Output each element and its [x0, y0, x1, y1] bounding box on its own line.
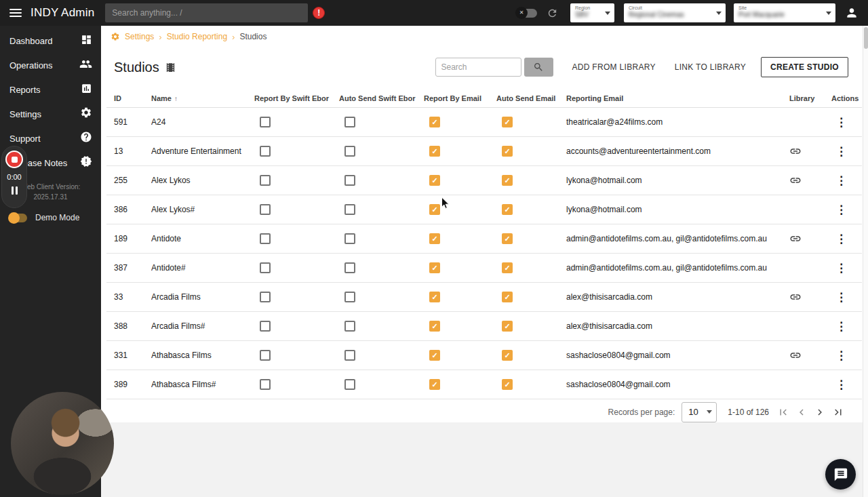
page-size-select[interactable]: 10 — [682, 402, 717, 422]
last-page-icon[interactable] — [832, 406, 844, 418]
auto-email-checkbox[interactable] — [502, 175, 513, 186]
report-swift-checkbox[interactable] — [260, 146, 271, 157]
auto-email-checkbox[interactable] — [502, 350, 513, 361]
auto-swift-checkbox[interactable] — [344, 379, 355, 390]
report-swift-checkbox[interactable] — [260, 379, 271, 390]
account-icon[interactable] — [845, 6, 859, 20]
report-email-checkbox[interactable] — [429, 292, 440, 302]
add-from-library-button[interactable]: ADD FROM LIBRARY — [572, 62, 656, 72]
report-email-checkbox[interactable] — [429, 350, 440, 361]
chevron-down-icon — [707, 410, 712, 414]
report-email-checkbox[interactable] — [429, 146, 440, 157]
auto-email-checkbox[interactable] — [502, 117, 513, 127]
global-search-input[interactable] — [105, 3, 308, 22]
breadcrumb-settings[interactable]: Settings — [125, 32, 154, 41]
col-report-swift[interactable]: Report By Swift Ebor — [254, 94, 339, 102]
region-select[interactable]: Region SBV — [570, 3, 614, 22]
auto-swift-checkbox[interactable] — [344, 350, 355, 361]
auto-swift-checkbox[interactable] — [344, 262, 355, 273]
col-name[interactable]: Name↑ — [151, 94, 254, 102]
auto-email-checkbox[interactable] — [502, 262, 513, 273]
row-actions-button[interactable]: ⋮ — [835, 349, 847, 362]
col-auto-swift[interactable]: Auto Send Swift Ebor — [339, 94, 424, 102]
auto-swift-checkbox[interactable] — [344, 117, 355, 127]
library-link-icon[interactable] — [789, 291, 802, 303]
auto-email-checkbox[interactable] — [502, 379, 513, 390]
scrollbar-thumb[interactable] — [864, 27, 868, 49]
error-badge-icon[interactable]: ! — [313, 7, 325, 19]
report-swift-checkbox[interactable] — [260, 262, 271, 273]
row-actions-button[interactable]: ⋮ — [835, 291, 847, 304]
first-page-icon[interactable] — [777, 406, 789, 418]
row-actions-button[interactable]: ⋮ — [835, 116, 847, 129]
table-search-input[interactable] — [435, 58, 521, 77]
report-email-checkbox[interactable] — [429, 379, 440, 390]
refresh-icon[interactable] — [547, 7, 558, 19]
report-swift-checkbox[interactable] — [260, 350, 271, 361]
theme-toggle-knob-icon: ✕ — [515, 7, 528, 19]
sidebar-item-label: Operations — [9, 60, 53, 71]
row-actions-button[interactable]: ⋮ — [835, 262, 847, 275]
sidebar-item-settings[interactable]: Settings — [0, 102, 101, 126]
library-link-icon[interactable] — [789, 349, 802, 361]
library-link-icon[interactable] — [789, 233, 802, 245]
search-button[interactable] — [524, 58, 553, 77]
menu-icon[interactable] — [9, 9, 22, 17]
report-email-checkbox[interactable] — [429, 204, 440, 215]
next-page-icon[interactable] — [814, 406, 826, 418]
library-link-icon[interactable] — [789, 145, 802, 157]
row-actions-button[interactable]: ⋮ — [835, 233, 847, 245]
col-reporting-email[interactable]: Reporting Email — [566, 94, 789, 102]
prev-page-icon[interactable] — [795, 406, 808, 418]
auto-email-checkbox[interactable] — [502, 292, 513, 302]
footer-area — [101, 422, 863, 497]
auto-email-checkbox[interactable] — [502, 233, 513, 244]
chat-launcher-button[interactable] — [825, 459, 856, 490]
create-studio-button[interactable]: CREATE STUDIO — [761, 57, 848, 77]
auto-email-checkbox[interactable] — [502, 146, 513, 157]
stop-recording-button[interactable] — [5, 151, 23, 168]
report-email-checkbox[interactable] — [429, 321, 440, 332]
report-swift-checkbox[interactable] — [260, 233, 271, 244]
report-email-checkbox[interactable] — [429, 233, 440, 244]
table-row: 591 A24 theatricalar@a24films.com ⋮ — [106, 108, 862, 137]
auto-swift-checkbox[interactable] — [344, 175, 355, 186]
circuit-select[interactable]: Circuit Regional Cinemas — [624, 3, 726, 22]
report-swift-checkbox[interactable] — [260, 292, 271, 302]
demo-mode-toggle[interactable] — [9, 214, 27, 222]
breadcrumb-studio-reporting[interactable]: Studio Reporting — [167, 32, 227, 41]
report-swift-checkbox[interactable] — [260, 321, 271, 332]
auto-swift-checkbox[interactable] — [344, 204, 355, 215]
vertical-scrollbar[interactable] — [863, 26, 868, 497]
auto-swift-checkbox[interactable] — [344, 233, 355, 244]
pause-recording-button[interactable] — [12, 186, 18, 195]
col-auto-email[interactable]: Auto Send Email — [496, 94, 566, 102]
auto-email-checkbox[interactable] — [502, 204, 513, 215]
table-row: 388 Arcadia Films# alex@thisisarcadia.co… — [106, 312, 862, 341]
report-email-checkbox[interactable] — [429, 175, 440, 186]
auto-swift-checkbox[interactable] — [344, 292, 355, 302]
sidebar-item-dashboard[interactable]: Dashboard — [0, 28, 101, 53]
theme-toggle[interactable]: ✕ — [517, 9, 537, 18]
sidebar-item-reports[interactable]: Reports — [0, 77, 101, 102]
report-email-checkbox[interactable] — [429, 117, 440, 127]
col-id[interactable]: ID — [114, 94, 151, 102]
auto-swift-checkbox[interactable] — [344, 321, 355, 332]
report-email-checkbox[interactable] — [429, 262, 440, 273]
library-link-icon[interactable] — [789, 174, 802, 186]
auto-email-checkbox[interactable] — [502, 321, 513, 332]
row-actions-button[interactable]: ⋮ — [835, 174, 847, 187]
row-actions-button[interactable]: ⋮ — [835, 145, 847, 158]
report-swift-checkbox[interactable] — [260, 204, 271, 215]
row-actions-button[interactable]: ⋮ — [835, 320, 847, 333]
row-actions-button[interactable]: ⋮ — [835, 203, 847, 216]
row-actions-button[interactable]: ⋮ — [835, 378, 847, 391]
report-swift-checkbox[interactable] — [260, 175, 271, 186]
link-to-library-button[interactable]: LINK TO LIBRARY — [675, 62, 746, 72]
sidebar-item-operations[interactable]: Operations — [0, 53, 101, 77]
auto-swift-checkbox[interactable] — [344, 146, 355, 157]
col-report-email[interactable]: Report By Email — [424, 94, 496, 102]
report-swift-checkbox[interactable] — [260, 117, 271, 127]
col-library[interactable]: Library — [789, 94, 831, 102]
site-select[interactable]: Site Port Macquarie — [734, 3, 835, 22]
